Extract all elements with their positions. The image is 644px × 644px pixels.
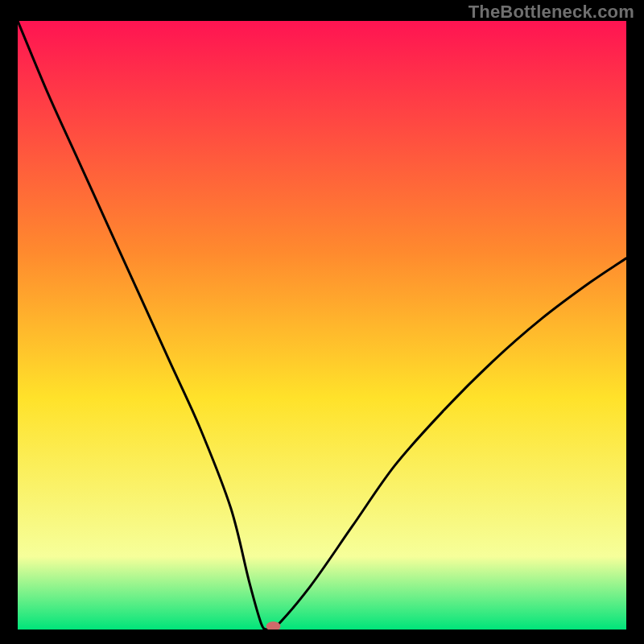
chart-frame: TheBottleneck.com xyxy=(0,0,644,644)
watermark-text: TheBottleneck.com xyxy=(469,2,634,23)
plot-area xyxy=(18,21,626,630)
bottleneck-chart-svg xyxy=(18,21,626,630)
